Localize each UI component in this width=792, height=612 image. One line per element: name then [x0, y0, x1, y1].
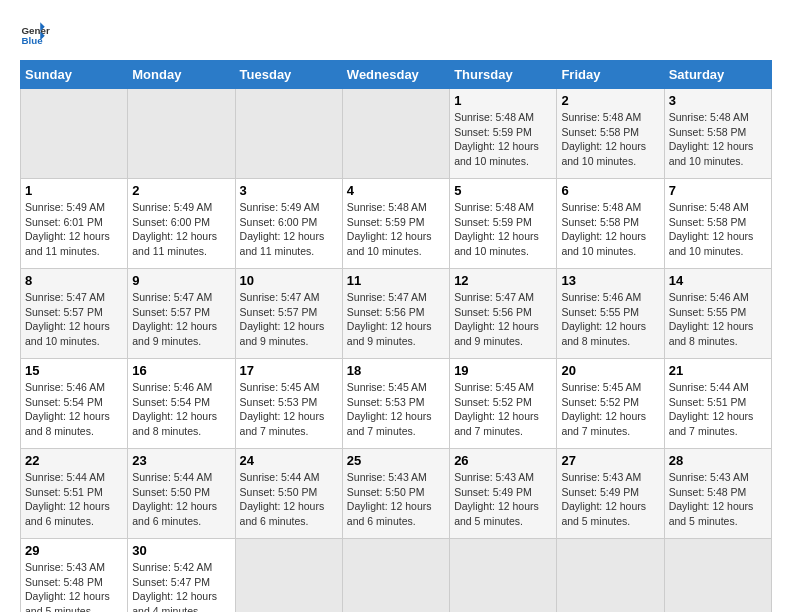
day-cell: 19 Sunrise: 5:45 AM Sunset: 5:52 PM Dayl…	[450, 359, 557, 449]
day-info: Sunrise: 5:45 AM Sunset: 5:52 PM Dayligh…	[454, 380, 552, 439]
day-info: Sunrise: 5:43 AM Sunset: 5:50 PM Dayligh…	[347, 470, 445, 529]
day-info: Sunrise: 5:44 AM Sunset: 5:51 PM Dayligh…	[25, 470, 123, 529]
day-number: 10	[240, 273, 338, 288]
day-number: 20	[561, 363, 659, 378]
day-cell: 1 Sunrise: 5:48 AM Sunset: 5:59 PM Dayli…	[450, 89, 557, 179]
day-header-friday: Friday	[557, 61, 664, 89]
day-number: 30	[132, 543, 230, 558]
day-header-thursday: Thursday	[450, 61, 557, 89]
day-number: 24	[240, 453, 338, 468]
day-info: Sunrise: 5:47 AM Sunset: 5:56 PM Dayligh…	[454, 290, 552, 349]
day-cell: 28 Sunrise: 5:43 AM Sunset: 5:48 PM Dayl…	[664, 449, 771, 539]
day-number: 6	[561, 183, 659, 198]
day-number: 16	[132, 363, 230, 378]
day-cell: 23 Sunrise: 5:44 AM Sunset: 5:50 PM Dayl…	[128, 449, 235, 539]
day-info: Sunrise: 5:45 AM Sunset: 5:53 PM Dayligh…	[240, 380, 338, 439]
day-number: 26	[454, 453, 552, 468]
day-cell	[664, 539, 771, 613]
days-header-row: SundayMondayTuesdayWednesdayThursdayFrid…	[21, 61, 772, 89]
day-cell: 7 Sunrise: 5:48 AM Sunset: 5:58 PM Dayli…	[664, 179, 771, 269]
day-header-saturday: Saturday	[664, 61, 771, 89]
day-info: Sunrise: 5:48 AM Sunset: 5:58 PM Dayligh…	[561, 200, 659, 259]
week-row-4: 15 Sunrise: 5:46 AM Sunset: 5:54 PM Dayl…	[21, 359, 772, 449]
day-info: Sunrise: 5:48 AM Sunset: 5:59 PM Dayligh…	[454, 200, 552, 259]
day-cell	[450, 539, 557, 613]
week-row-6: 29 Sunrise: 5:43 AM Sunset: 5:48 PM Dayl…	[21, 539, 772, 613]
day-cell: 3 Sunrise: 5:49 AM Sunset: 6:00 PM Dayli…	[235, 179, 342, 269]
day-cell: 5 Sunrise: 5:48 AM Sunset: 5:59 PM Dayli…	[450, 179, 557, 269]
day-number: 1	[25, 183, 123, 198]
day-info: Sunrise: 5:47 AM Sunset: 5:57 PM Dayligh…	[25, 290, 123, 349]
day-cell	[342, 89, 449, 179]
day-info: Sunrise: 5:48 AM Sunset: 5:59 PM Dayligh…	[347, 200, 445, 259]
day-number: 27	[561, 453, 659, 468]
day-number: 15	[25, 363, 123, 378]
day-info: Sunrise: 5:43 AM Sunset: 5:48 PM Dayligh…	[25, 560, 123, 612]
svg-text:Blue: Blue	[22, 35, 44, 46]
day-info: Sunrise: 5:43 AM Sunset: 5:49 PM Dayligh…	[454, 470, 552, 529]
day-number: 28	[669, 453, 767, 468]
day-cell: 30 Sunrise: 5:42 AM Sunset: 5:47 PM Dayl…	[128, 539, 235, 613]
day-number: 19	[454, 363, 552, 378]
day-cell: 25 Sunrise: 5:43 AM Sunset: 5:50 PM Dayl…	[342, 449, 449, 539]
day-number: 12	[454, 273, 552, 288]
day-info: Sunrise: 5:46 AM Sunset: 5:54 PM Dayligh…	[25, 380, 123, 439]
day-number: 9	[132, 273, 230, 288]
day-info: Sunrise: 5:43 AM Sunset: 5:48 PM Dayligh…	[669, 470, 767, 529]
day-number: 3	[669, 93, 767, 108]
day-cell: 10 Sunrise: 5:47 AM Sunset: 5:57 PM Dayl…	[235, 269, 342, 359]
day-cell: 17 Sunrise: 5:45 AM Sunset: 5:53 PM Dayl…	[235, 359, 342, 449]
calendar-table: SundayMondayTuesdayWednesdayThursdayFrid…	[20, 60, 772, 612]
day-info: Sunrise: 5:49 AM Sunset: 6:00 PM Dayligh…	[240, 200, 338, 259]
day-cell	[342, 539, 449, 613]
day-info: Sunrise: 5:46 AM Sunset: 5:55 PM Dayligh…	[669, 290, 767, 349]
day-cell: 11 Sunrise: 5:47 AM Sunset: 5:56 PM Dayl…	[342, 269, 449, 359]
day-cell: 16 Sunrise: 5:46 AM Sunset: 5:54 PM Dayl…	[128, 359, 235, 449]
day-info: Sunrise: 5:48 AM Sunset: 5:59 PM Dayligh…	[454, 110, 552, 169]
day-cell: 15 Sunrise: 5:46 AM Sunset: 5:54 PM Dayl…	[21, 359, 128, 449]
day-cell: 2 Sunrise: 5:48 AM Sunset: 5:58 PM Dayli…	[557, 89, 664, 179]
day-cell: 3 Sunrise: 5:48 AM Sunset: 5:58 PM Dayli…	[664, 89, 771, 179]
day-number: 4	[347, 183, 445, 198]
day-info: Sunrise: 5:44 AM Sunset: 5:51 PM Dayligh…	[669, 380, 767, 439]
day-cell: 13 Sunrise: 5:46 AM Sunset: 5:55 PM Dayl…	[557, 269, 664, 359]
day-cell	[557, 539, 664, 613]
day-number: 2	[132, 183, 230, 198]
day-cell	[235, 89, 342, 179]
day-cell: 21 Sunrise: 5:44 AM Sunset: 5:51 PM Dayl…	[664, 359, 771, 449]
day-info: Sunrise: 5:48 AM Sunset: 5:58 PM Dayligh…	[561, 110, 659, 169]
day-number: 22	[25, 453, 123, 468]
day-info: Sunrise: 5:45 AM Sunset: 5:53 PM Dayligh…	[347, 380, 445, 439]
day-number: 11	[347, 273, 445, 288]
day-number: 29	[25, 543, 123, 558]
day-info: Sunrise: 5:43 AM Sunset: 5:49 PM Dayligh…	[561, 470, 659, 529]
day-number: 1	[454, 93, 552, 108]
day-info: Sunrise: 5:47 AM Sunset: 5:57 PM Dayligh…	[240, 290, 338, 349]
day-cell: 26 Sunrise: 5:43 AM Sunset: 5:49 PM Dayl…	[450, 449, 557, 539]
logo: General Blue	[20, 20, 54, 50]
day-cell: 24 Sunrise: 5:44 AM Sunset: 5:50 PM Dayl…	[235, 449, 342, 539]
day-info: Sunrise: 5:48 AM Sunset: 5:58 PM Dayligh…	[669, 110, 767, 169]
day-info: Sunrise: 5:45 AM Sunset: 5:52 PM Dayligh…	[561, 380, 659, 439]
day-cell: 20 Sunrise: 5:45 AM Sunset: 5:52 PM Dayl…	[557, 359, 664, 449]
week-row-2: 1 Sunrise: 5:49 AM Sunset: 6:01 PM Dayli…	[21, 179, 772, 269]
day-cell: 22 Sunrise: 5:44 AM Sunset: 5:51 PM Dayl…	[21, 449, 128, 539]
day-info: Sunrise: 5:44 AM Sunset: 5:50 PM Dayligh…	[132, 470, 230, 529]
day-cell	[21, 89, 128, 179]
day-cell: 8 Sunrise: 5:47 AM Sunset: 5:57 PM Dayli…	[21, 269, 128, 359]
day-number: 17	[240, 363, 338, 378]
day-header-sunday: Sunday	[21, 61, 128, 89]
week-row-1: 1 Sunrise: 5:48 AM Sunset: 5:59 PM Dayli…	[21, 89, 772, 179]
day-info: Sunrise: 5:46 AM Sunset: 5:55 PM Dayligh…	[561, 290, 659, 349]
day-number: 2	[561, 93, 659, 108]
day-header-monday: Monday	[128, 61, 235, 89]
day-info: Sunrise: 5:42 AM Sunset: 5:47 PM Dayligh…	[132, 560, 230, 612]
day-cell: 1 Sunrise: 5:49 AM Sunset: 6:01 PM Dayli…	[21, 179, 128, 269]
svg-text:General: General	[22, 25, 51, 36]
day-info: Sunrise: 5:47 AM Sunset: 5:56 PM Dayligh…	[347, 290, 445, 349]
day-info: Sunrise: 5:49 AM Sunset: 6:01 PM Dayligh…	[25, 200, 123, 259]
day-number: 25	[347, 453, 445, 468]
day-number: 18	[347, 363, 445, 378]
day-header-wednesday: Wednesday	[342, 61, 449, 89]
day-cell	[235, 539, 342, 613]
